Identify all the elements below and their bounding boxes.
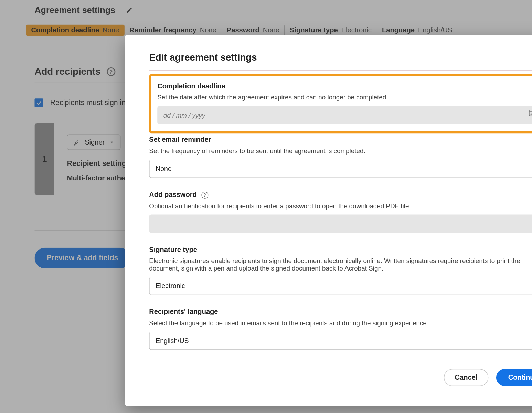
select-value: None	[156, 165, 172, 173]
select-value: Electronic	[156, 282, 185, 290]
svg-point-1	[531, 113, 531, 113]
completion-deadline-input[interactable]	[157, 106, 532, 124]
completion-deadline-highlight: Completion deadline Set the date after w…	[149, 74, 532, 133]
help-icon[interactable]: ?	[201, 192, 208, 199]
email-reminder-desc: Set the frequency of reminders to be sen…	[149, 147, 532, 155]
select-value: English/US	[156, 337, 189, 345]
completion-deadline-desc: Set the date after which the agreement e…	[157, 94, 532, 101]
label-text: Add password	[149, 191, 196, 198]
password-input[interactable]	[149, 214, 532, 233]
add-password-label: Add password ?	[149, 191, 532, 199]
continue-button[interactable]: Continue	[496, 369, 532, 386]
completion-deadline-label: Completion deadline	[157, 82, 532, 90]
divider	[149, 70, 532, 71]
cancel-button[interactable]: Cancel	[444, 369, 488, 386]
edit-agreement-settings-modal: Edit agreement settings Completion deadl…	[125, 35, 532, 406]
recipients-language-desc: Select the language to be used in emails…	[149, 319, 532, 326]
email-reminder-label: Set email reminder	[149, 136, 532, 144]
recipients-language-select[interactable]: English/US	[149, 332, 532, 350]
signature-type-select[interactable]: Electronic	[149, 277, 532, 295]
modal-title: Edit agreement settings	[149, 52, 532, 63]
svg-point-4	[531, 114, 531, 115]
email-reminder-select[interactable]: None	[149, 160, 532, 178]
add-password-desc: Optional authentication for recipients t…	[149, 202, 532, 209]
signature-type-desc: Electronic signatures enable recipients …	[149, 257, 532, 272]
recipients-language-label: Recipients' language	[149, 308, 532, 316]
calendar-icon[interactable]	[528, 108, 532, 117]
signature-type-label: Signature type	[149, 246, 532, 254]
